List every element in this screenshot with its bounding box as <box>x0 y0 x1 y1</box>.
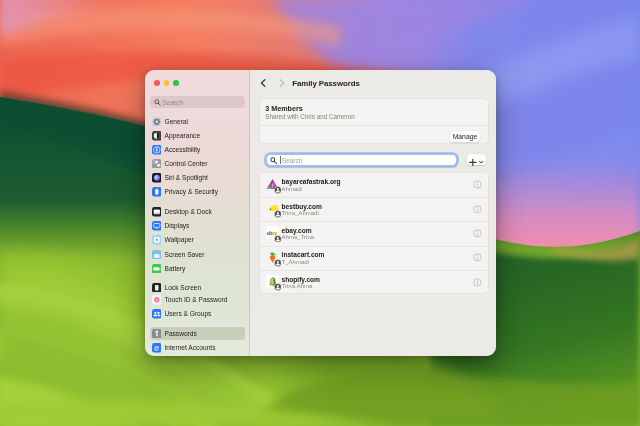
svg-text:@: @ <box>154 345 160 351</box>
